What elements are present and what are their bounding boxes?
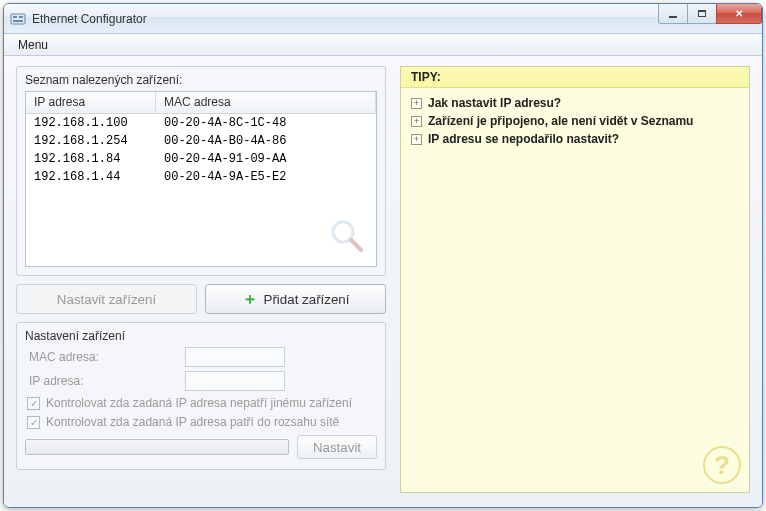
ip-label: IP adresa: — [25, 374, 185, 388]
tips-title: TIPY: — [401, 67, 749, 88]
list-header: IP adresa MAC adresa — [26, 92, 376, 114]
mac-field[interactable] — [185, 347, 285, 367]
table-row[interactable]: 192.168.1.84 00-20-4A-91-09-AA — [26, 150, 376, 168]
search-icon — [328, 217, 366, 258]
svg-rect-2 — [19, 16, 23, 18]
apply-button[interactable]: Nastavit — [297, 435, 377, 459]
col-header-ip[interactable]: IP adresa — [26, 92, 156, 113]
tips-panel: TIPY: + Jak nastavit IP adresu? + Zaříze… — [400, 66, 750, 493]
checkbox-range[interactable]: ✓ — [27, 416, 40, 429]
minimize-button[interactable] — [658, 4, 688, 24]
expand-icon[interactable]: + — [411, 116, 422, 127]
table-row[interactable]: 192.168.1.100 00-20-4A-8C-1C-48 — [26, 114, 376, 132]
progress-bar — [25, 439, 289, 455]
ip-field[interactable] — [185, 371, 285, 391]
tip-item[interactable]: + Jak nastavit IP adresu? — [411, 94, 739, 112]
settings-group: Nastavení zařízení MAC adresa: IP adresa… — [16, 322, 386, 470]
device-list-title: Seznam nalezených zařízení: — [25, 73, 377, 87]
table-row[interactable]: 192.168.1.44 00-20-4A-9A-E5-E2 — [26, 168, 376, 186]
svg-rect-1 — [13, 16, 17, 18]
menu-bar: Menu — [4, 34, 762, 56]
close-button[interactable]: ✕ — [716, 4, 762, 24]
window-controls: ✕ — [659, 4, 762, 24]
menu-item-menu[interactable]: Menu — [12, 36, 54, 54]
window-title: Ethernet Configurator — [32, 12, 147, 26]
table-row[interactable]: 192.168.1.254 00-20-4A-B0-4A-86 — [26, 132, 376, 150]
left-pane: Seznam nalezených zařízení: IP adresa MA… — [16, 66, 386, 493]
checkbox-conflict[interactable]: ✓ — [27, 397, 40, 410]
add-device-button[interactable]: ＋ Přidat zařízení — [205, 284, 386, 314]
list-body: 192.168.1.100 00-20-4A-8C-1C-48 192.168.… — [26, 114, 376, 186]
help-icon[interactable]: ? — [703, 446, 741, 484]
device-list-group: Seznam nalezených zařízení: IP adresa MA… — [16, 66, 386, 276]
col-header-mac[interactable]: MAC adresa — [156, 92, 376, 113]
set-device-button[interactable]: Nastavit zařízení — [16, 284, 197, 314]
plus-icon: ＋ — [242, 291, 258, 307]
app-window: Ethernet Configurator ✕ Menu Seznam nale… — [3, 3, 763, 508]
svg-rect-0 — [11, 14, 25, 24]
svg-line-5 — [351, 240, 361, 250]
app-icon — [10, 11, 26, 27]
tip-item[interactable]: + IP adresu se nepodařilo nastavit? — [411, 130, 739, 148]
tip-item[interactable]: + Zařízení je připojeno, ale není vidět … — [411, 112, 739, 130]
right-pane: TIPY: + Jak nastavit IP adresu? + Zaříze… — [400, 66, 750, 493]
maximize-button[interactable] — [687, 4, 717, 24]
checkbox-conflict-label: Kontrolovat zda zadaná IP adresa nepatří… — [46, 396, 352, 410]
expand-icon[interactable]: + — [411, 134, 422, 145]
content-area: Seznam nalezených zařízení: IP adresa MA… — [4, 56, 762, 507]
checkbox-range-label: Kontrolovat zda zadaná IP adresa patří d… — [46, 415, 339, 429]
svg-rect-3 — [13, 20, 23, 22]
device-list[interactable]: IP adresa MAC adresa 192.168.1.100 00-20… — [25, 91, 377, 267]
title-bar[interactable]: Ethernet Configurator ✕ — [4, 4, 762, 34]
expand-icon[interactable]: + — [411, 98, 422, 109]
mac-label: MAC adresa: — [25, 350, 185, 364]
button-row: Nastavit zařízení ＋ Přidat zařízení — [16, 284, 386, 314]
settings-title: Nastavení zařízení — [25, 329, 377, 343]
